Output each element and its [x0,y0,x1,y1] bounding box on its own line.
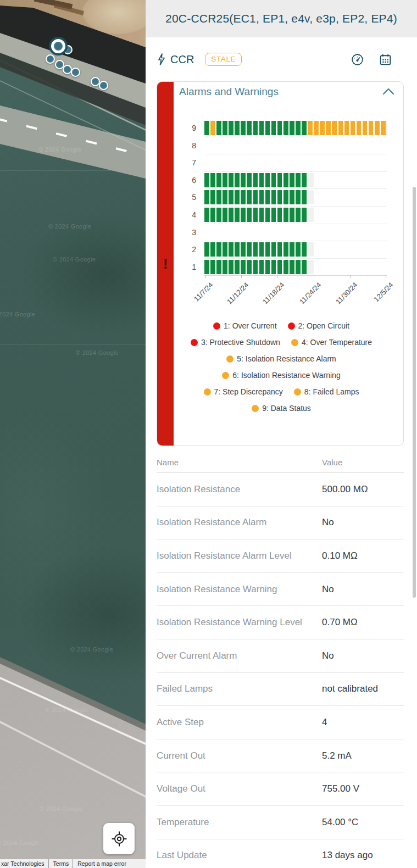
status-bar-segment [290,190,294,204]
status-bar-segment [210,190,215,204]
chart-gridline [204,171,387,172]
table-row: Isolation Resistance500.00 MΩ [157,473,404,507]
row-name: Isolation Resistance Alarm [157,517,266,528]
panel-scrollbar-thumb[interactable] [413,187,416,598]
status-bar-segment [210,242,215,257]
status-bar-segment [247,173,252,187]
row-name: Isolation Resistance Warning Level [157,617,302,628]
row-name: Last Update [157,850,207,861]
chart-row-track [307,173,314,187]
table-header: Name Value [157,454,404,473]
status-bar-segment [216,121,221,135]
status-bar-segment [302,242,307,257]
legend-dot-icon [252,405,259,412]
table-row: Current Out5.2 mA [157,739,404,773]
status-bar-segment [235,190,240,204]
chevron-up-icon[interactable] [382,87,394,95]
row-name: Isolation Resistance Alarm Level [157,550,292,561]
row-value: 500.00 MΩ [322,484,368,495]
status-bar-segment [265,190,270,204]
status-bar-segment [290,173,294,187]
device-type-label: CCR [170,53,194,66]
status-bar-segment [271,121,276,135]
app-window: © 2024 Google© 2024 Google© 2024 Google©… [0,0,417,868]
properties-table: Name Value Isolation Resistance500.00 MΩ… [157,454,404,868]
status-bar-segment [247,260,252,274]
status-bar-segment [223,208,227,222]
row-value: 4 [322,717,327,728]
chart-date-label: 12/5/24 [372,281,394,303]
status-bar-segment [283,190,288,204]
status-bar-segment [247,208,252,222]
status-bar-segment [271,173,276,187]
legend-item: 4: Over Temperature [291,338,372,347]
map-marker-selected[interactable] [51,39,65,53]
map-marker[interactable] [99,81,108,90]
table-row: Temperature54.00 °C [157,806,404,839]
status-bar-segment [302,190,307,204]
legend-dot-icon [204,388,211,396]
status-bar-segment [277,260,282,274]
status-bar-segment [241,208,246,222]
row-value: not calibrated [322,683,378,694]
map-attribution-report-link[interactable]: Report a map error [73,859,130,868]
legend-item: 2: Open Circuit [288,321,349,330]
status-bar-segment [229,208,233,222]
status-bar-segment [363,121,368,135]
status-bar-segment [302,173,307,187]
map-watermark: © 2024 Google [45,706,88,713]
legend-item: 5: Isolation Resistance Alarm [226,354,336,363]
status-bar-segment [338,121,343,135]
row-value: 755.00 V [322,783,359,794]
chart-gridline [204,241,387,241]
row-value: No [322,584,334,595]
map-attribution-terms-link[interactable]: Terms [48,859,73,868]
legend-row: 1: Over Current2: Open Circuit [165,318,398,334]
chart-date-label: 11/30/24 [334,281,359,306]
legend-label: 7: Step Discrepancy [214,387,283,396]
status-bar-segment [290,121,294,135]
status-bar-segment [241,190,246,204]
status-bar-segment [241,242,246,257]
map-attribution-imagery: xar Technologies [0,859,48,868]
row-value: 0.10 MΩ [322,550,358,561]
map-marker[interactable] [71,68,80,77]
status-bar-segment [296,173,301,187]
map-marker[interactable] [46,54,55,64]
status-bar-segment [265,242,270,257]
map-canvas[interactable]: © 2024 Google© 2024 Google© 2024 Google©… [0,0,146,868]
legend-item: 7: Step Discrepancy [204,387,283,396]
locate-icon [111,831,127,847]
column-header-name: Name [157,458,179,467]
status-bar-segment [235,208,240,222]
status-bar-segment [247,242,252,257]
status-bar-segment [229,173,233,187]
map-marker[interactable] [91,77,100,86]
locate-button[interactable] [103,823,135,854]
legend-row: 6: Isolation Resistance Warning [165,367,398,383]
status-bar-segment [259,242,264,257]
status-bar-segment [235,121,240,135]
gauge-icon[interactable] [351,53,364,66]
status-bar-segment [277,208,282,222]
alarms-card-title: Alarms and Warnings [179,86,279,98]
panel-header: 20C-CCR25(EC1, EP1, e4v, e3p, EP2, EP4) [146,0,417,37]
status-bar-segment [296,208,301,222]
calendar-icon[interactable] [379,53,392,66]
status-bar-segment [290,208,294,222]
status-bar-segment [235,260,240,274]
map-marker[interactable] [63,65,72,74]
row-value: 54.00 °C [322,817,358,828]
status-bar-segment [296,190,301,204]
chart-date-label: 11/12/24 [225,281,251,306]
status-bar-segment [216,190,221,204]
row-name: Voltage Out [157,783,205,794]
chart-tick-mark [350,275,351,278]
chart-row-track [307,208,314,222]
status-bar-segment [253,121,258,135]
legend-label: 9: Data Status [262,404,311,413]
status-badge: STALE [205,53,242,66]
legend-item: 9: Data Status [252,404,311,413]
status-bar-segment [223,260,227,274]
status-bar-segment [216,173,221,187]
